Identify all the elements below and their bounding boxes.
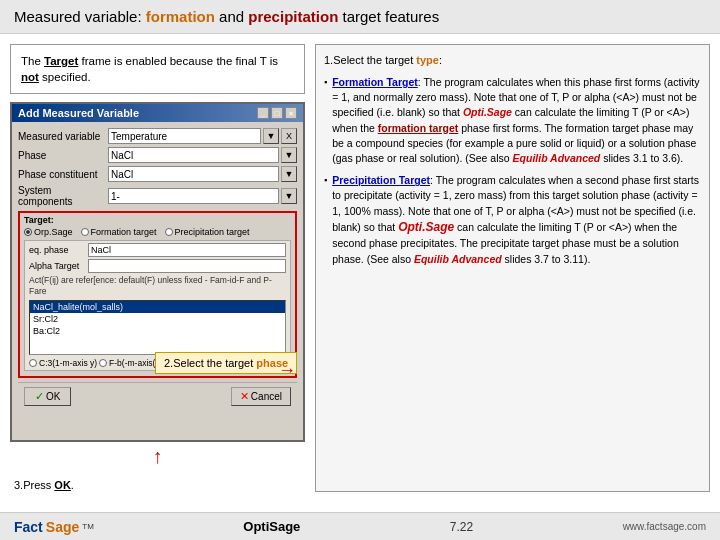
up-arrow-icon: ↑ <box>153 445 163 467</box>
dialog-minimize-button[interactable]: _ <box>257 107 269 119</box>
footer-website: www.factsage.com <box>623 521 706 532</box>
measured-variable-input[interactable] <box>108 128 261 144</box>
precipitation-target-title: Precipitation Target <box>332 174 430 186</box>
add-measured-variable-dialog: Add Measured Variable _ □ × Measured var… <box>10 102 305 442</box>
dialog-title-buttons: _ □ × <box>257 107 297 119</box>
cancel-crossmark: ✕ <box>240 390 249 403</box>
dialog-title-text: Add Measured Variable <box>18 107 139 119</box>
eq-phase-input[interactable] <box>88 243 286 257</box>
step2-label: 2.Select the target phase <box>155 352 297 374</box>
header-middle: and <box>215 8 248 25</box>
optisage-ref-2: Opti.Sage <box>398 220 454 234</box>
formation-target-title: Formation Target <box>332 76 418 88</box>
footer-product-name: OptiSage <box>243 519 300 534</box>
page-wrapper: Measured variable: formation and precipi… <box>0 0 720 540</box>
radio-formation-target[interactable]: Formation target <box>81 227 157 237</box>
step2-area: 2.Select the target phase <box>155 352 297 374</box>
alpha-target-row: Alpha Target <box>29 259 286 273</box>
target-note-text2: frame is enabled because the final T is <box>78 55 278 67</box>
bullet-text-2: Precipitation Target: The program calcul… <box>332 173 701 266</box>
system-components-input[interactable] <box>108 188 279 204</box>
phase-constituent-label: Phase constituent <box>18 169 108 180</box>
radio-precipitation-target[interactable]: Precipitation target <box>165 227 250 237</box>
activity-info-text: Act(F(ij) are refer[ence: default(F) unl… <box>29 275 286 297</box>
system-components-label: System components <box>18 185 108 207</box>
radio-orpsage[interactable]: Orp.Sage <box>24 227 73 237</box>
logo-tm-text: TM <box>82 522 94 531</box>
measured-variable-dropdown-button[interactable]: ▼ <box>263 128 279 144</box>
radio-circle-act1 <box>29 359 37 367</box>
header-prefix: Measured variable: <box>14 8 146 25</box>
target-section-label: Target: <box>24 215 291 225</box>
target-note-target-word: Target <box>44 55 78 67</box>
list-item-srcl2[interactable]: Sr:Cl2 <box>30 313 285 325</box>
phase-label: Phase <box>18 150 108 161</box>
bullet-item-1: ▪ Formation Target: The program calculat… <box>324 75 701 166</box>
radio-orpsage-label: Orp.Sage <box>34 227 73 237</box>
phase-constituent-field-row: Phase constituent ▼ <box>18 166 297 182</box>
dialog-title-bar: Add Measured Variable _ □ × <box>12 104 303 122</box>
radio-formation-label: Formation target <box>91 227 157 237</box>
system-components-input-group: ▼ <box>108 188 297 204</box>
cancel-button[interactable]: ✕ Cancel <box>231 387 291 406</box>
radio-circle-act2 <box>99 359 107 367</box>
step1-title: 1.Select the target type: <box>324 53 701 69</box>
ok-button[interactable]: ✓ OK <box>24 387 71 406</box>
target-note: The Target frame is enabled because the … <box>10 44 305 94</box>
phase-constituent-input-group: ▼ <box>108 166 297 182</box>
arrow-up-to-ok: ↑ <box>10 446 305 466</box>
step3-area: 3.Press OK. <box>10 478 305 492</box>
measured-variable-label: Measured variable <box>18 131 108 142</box>
optisage-ref-1: Opti.Sage <box>463 106 512 118</box>
phase-input-group: ▼ <box>108 147 297 163</box>
dialog-buttons: ✓ OK ✕ Cancel <box>18 382 297 410</box>
radio-activity-1[interactable]: C:3(1-m-axis y) <box>29 358 97 368</box>
measured-variable-clear-button[interactable]: X <box>281 128 297 144</box>
step3-ok-word: OK <box>54 479 71 491</box>
footer-page-number: 7.22 <box>450 520 473 534</box>
dialog-close-button[interactable]: × <box>285 107 297 119</box>
dialog-maximize-button[interactable]: □ <box>271 107 283 119</box>
phase-field-row: Phase ▼ <box>18 147 297 163</box>
step2-text-prefix: 2.Select the target <box>164 357 256 369</box>
header-word-formation: formation <box>146 8 215 25</box>
list-item-nacl[interactable]: NaCl_halite(mol_salls) <box>30 301 285 313</box>
phase-input[interactable] <box>108 147 279 163</box>
phase-list[interactable]: NaCl_halite(mol_salls) Sr:Cl2 Ba:Cl2 <box>29 300 286 355</box>
system-components-dropdown-button[interactable]: ▼ <box>281 188 297 204</box>
alpha-target-input[interactable] <box>88 259 286 273</box>
equilib-ref-1: Equilib Advanced <box>513 152 601 164</box>
radio-act1-label: C:3(1-m-axis y) <box>39 358 97 368</box>
phase-constituent-dropdown-button[interactable]: ▼ <box>281 166 297 182</box>
phase-dropdown-button[interactable]: ▼ <box>281 147 297 163</box>
footer-logo: FactSageTM <box>14 519 94 535</box>
cancel-label: Cancel <box>251 391 282 402</box>
target-note-text3: specified. <box>39 71 91 83</box>
logo-sage-text: Sage <box>46 519 79 535</box>
list-item-bacl2[interactable]: Ba:Cl2 <box>30 325 285 337</box>
ok-checkmark: ✓ <box>35 390 44 403</box>
radio-precipitation-label: Precipitation target <box>175 227 250 237</box>
target-note-not-word: not <box>21 71 39 83</box>
radio-circle-formation <box>81 228 89 236</box>
measured-variable-field-row: Measured variable ▼ X <box>18 128 297 144</box>
eq-phase-row: eq. phase <box>29 243 286 257</box>
step1-type-word: type <box>416 54 439 66</box>
formation-target-ref: formation target <box>378 122 459 134</box>
bullet-dot-2: ▪ <box>324 174 327 266</box>
equilib-ref-2: Equilib Advanced <box>414 253 502 265</box>
header-word-precipitation: precipitation <box>248 8 338 25</box>
step1-colon: : <box>439 54 442 66</box>
phase-constituent-input[interactable] <box>108 166 279 182</box>
left-panel: The Target frame is enabled because the … <box>10 44 305 492</box>
system-components-field-row: System components ▼ <box>18 185 297 207</box>
radio-circle-orpsage <box>24 228 32 236</box>
main-content: The Target frame is enabled because the … <box>0 34 720 502</box>
right-panel: 1.Select the target type: ▪ Formation Ta… <box>315 44 710 492</box>
step2-arrow-right: → <box>278 360 296 381</box>
bullet-item-2: ▪ Precipitation Target: The program calc… <box>324 173 701 266</box>
measured-variable-input-group: ▼ X <box>108 128 297 144</box>
bullet-dot-1: ▪ <box>324 76 327 166</box>
radio-circle-precipitation <box>165 228 173 236</box>
alpha-target-label: Alpha Target <box>29 261 84 271</box>
